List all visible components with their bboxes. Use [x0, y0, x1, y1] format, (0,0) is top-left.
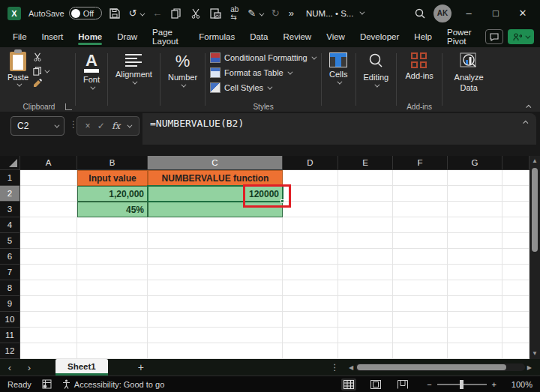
cell-G12[interactable] — [448, 343, 502, 359]
tab-draw[interactable]: Draw — [110, 28, 144, 45]
zoom-slider-thumb[interactable] — [460, 380, 464, 389]
cell-partial-12[interactable] — [502, 343, 530, 359]
column-header-D[interactable]: D — [283, 156, 338, 170]
cell-G10[interactable] — [448, 312, 502, 328]
cell-C8[interactable] — [148, 280, 283, 296]
cell-partial-6[interactable] — [502, 249, 530, 265]
fill-handle[interactable] — [280, 199, 284, 203]
scroll-left-icon[interactable]: ◀ — [346, 364, 356, 371]
chevron-down-icon[interactable] — [181, 82, 186, 88]
cell-D9[interactable] — [283, 296, 338, 312]
cell-B5[interactable] — [77, 233, 148, 249]
tab-developer[interactable]: Developer — [353, 28, 406, 45]
editing-menu-button[interactable]: Editing — [358, 50, 395, 90]
cell-G11[interactable] — [448, 328, 502, 343]
normal-view-icon[interactable] — [341, 379, 356, 391]
cell-B10[interactable] — [77, 312, 148, 328]
chevron-down-icon[interactable] — [45, 67, 50, 73]
row-header-4[interactable]: 4 — [0, 217, 20, 233]
cell-D12[interactable] — [283, 343, 338, 359]
page-layout-view-icon[interactable] — [368, 379, 383, 391]
cell-G1[interactable] — [448, 170, 502, 186]
row-header-6[interactable]: 6 — [0, 249, 20, 265]
cell-F5[interactable] — [393, 233, 448, 249]
cancel-icon[interactable]: × — [86, 121, 91, 131]
cell-D8[interactable] — [283, 280, 338, 296]
cell-F3[interactable] — [393, 202, 448, 217]
cell-C10[interactable] — [148, 312, 283, 328]
document-title[interactable]: NUM... • S... — [306, 9, 363, 18]
format-painter-icon[interactable] — [33, 79, 48, 90]
chevron-down-icon[interactable] — [90, 85, 95, 90]
scroll-right-icon[interactable]: ▶ — [525, 364, 534, 371]
cell-E5[interactable] — [338, 233, 393, 249]
cell-C4[interactable] — [148, 217, 283, 233]
cell-C6[interactable] — [148, 249, 283, 265]
cell-A11[interactable] — [20, 328, 77, 343]
cell-G4[interactable] — [448, 217, 502, 233]
undo-button[interactable]: ↺ — [129, 7, 144, 19]
cell-A8[interactable] — [20, 280, 77, 296]
tab-insert[interactable]: Insert — [35, 28, 70, 45]
cut-icon[interactable] — [33, 52, 48, 64]
chevron-down-icon[interactable] — [311, 54, 316, 59]
tab-data[interactable]: Data — [243, 28, 274, 45]
enter-icon[interactable]: ✓ — [98, 121, 105, 131]
cut-icon[interactable] — [190, 8, 201, 19]
share-button[interactable] — [508, 29, 534, 44]
cell-styles-button[interactable]: Cell Styles — [210, 80, 271, 95]
cell-F8[interactable] — [393, 280, 448, 296]
cell-B7[interactable] — [77, 265, 148, 280]
cell-partial-11[interactable] — [502, 328, 530, 343]
column-header-E[interactable]: E — [338, 156, 393, 170]
cell-F10[interactable] — [393, 312, 448, 328]
chevron-down-icon[interactable] — [374, 82, 380, 88]
column-header-F[interactable]: F — [393, 156, 448, 170]
font-menu-button[interactable]: A Font — [77, 50, 106, 92]
cell-D3[interactable] — [283, 202, 338, 217]
tab-file[interactable]: File — [6, 28, 34, 45]
cell-G6[interactable] — [448, 249, 502, 265]
column-header-A[interactable]: A — [20, 156, 77, 170]
autosave-toggle[interactable]: AutoSave Off — [28, 7, 102, 19]
close-button[interactable]: ✕ — [513, 7, 532, 19]
vertical-scroll-thumb[interactable] — [532, 168, 538, 252]
column-header-partial[interactable] — [502, 156, 530, 170]
cell-E10[interactable] — [338, 312, 393, 328]
chevron-down-icon[interactable] — [54, 122, 59, 127]
cell-partial-7[interactable] — [502, 265, 530, 280]
cell-A9[interactable] — [20, 296, 77, 312]
scroll-up-icon[interactable]: ▲ — [532, 156, 538, 166]
avatar[interactable]: AK — [434, 4, 452, 22]
collapse-ribbon-icon[interactable] — [526, 105, 531, 110]
cell-G8[interactable] — [448, 280, 502, 296]
cell-partial-5[interactable] — [502, 233, 530, 249]
cell-E3[interactable] — [338, 202, 393, 217]
cell-E7[interactable] — [338, 265, 393, 280]
sheet-tab-sheet1[interactable]: Sheet1 — [56, 359, 108, 376]
cell-D1[interactable] — [283, 170, 338, 186]
cell-F1[interactable] — [393, 170, 448, 186]
minimize-button[interactable]: – — [459, 7, 478, 19]
page-break-preview-icon[interactable] — [395, 379, 410, 391]
cell-A10[interactable] — [20, 312, 77, 328]
row-header-12[interactable]: 12 — [0, 343, 20, 359]
conditional-formatting-button[interactable]: Conditional Formatting — [210, 50, 315, 65]
zoom-slider[interactable] — [437, 384, 487, 385]
row-header-1[interactable]: 1 — [0, 170, 20, 186]
row-header-5[interactable]: 5 — [0, 233, 20, 249]
cell-F4[interactable] — [393, 217, 448, 233]
chevron-down-icon[interactable] — [267, 84, 272, 89]
cell-A2[interactable] — [20, 186, 77, 202]
alignment-menu-button[interactable]: Alignment — [110, 50, 158, 87]
replace-icon[interactable]: ab⇆ — [230, 6, 238, 21]
cell-partial-2[interactable] — [502, 186, 530, 202]
row-header-11[interactable]: 11 — [0, 328, 20, 343]
macro-record-icon[interactable] — [42, 379, 52, 389]
row-header-8[interactable]: 8 — [0, 280, 20, 296]
copy-button[interactable] — [33, 67, 48, 76]
cell-B8[interactable] — [77, 280, 148, 296]
accessibility-status[interactable]: Accessibility: Good to go — [62, 379, 164, 389]
cell-D4[interactable] — [283, 217, 338, 233]
cell-E6[interactable] — [338, 249, 393, 265]
